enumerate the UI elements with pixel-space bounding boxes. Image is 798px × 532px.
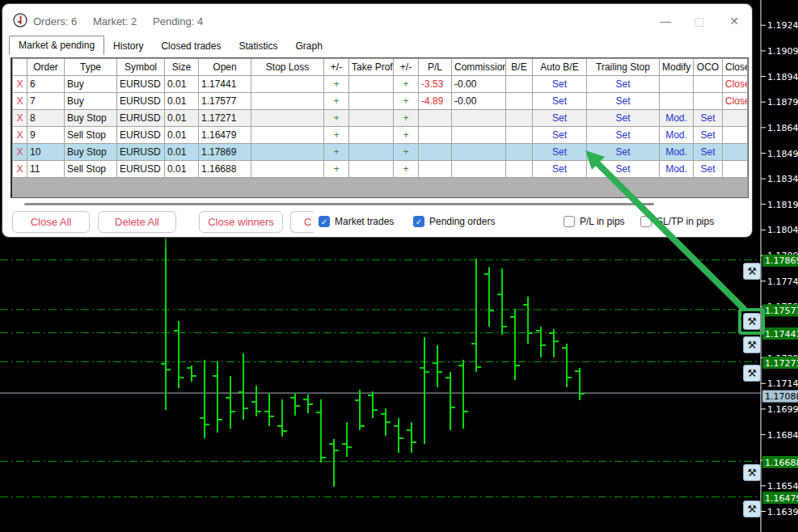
col-header: Open — [199, 59, 251, 76]
cell-auto-b-e[interactable]: Set — [533, 93, 587, 110]
tab-statistics[interactable]: Statistics — [230, 38, 286, 55]
cell-oco[interactable]: Set — [694, 161, 723, 178]
cell-stop-loss — [251, 76, 324, 93]
market-trades-checkbox[interactable]: ✓ — [319, 216, 330, 227]
cell-auto-b-e[interactable]: Set — [533, 161, 587, 178]
cell-take-profit — [349, 144, 394, 161]
col-header: Modify — [660, 59, 694, 76]
close-winners-button[interactable]: Close winners — [199, 211, 283, 233]
col-header: B/E — [506, 59, 533, 76]
cell-trailing-stop[interactable]: Set — [587, 76, 660, 93]
order-row-7[interactable]: X7BuyEURUSD0.011.17577++-4.89-0.00SetSet… — [13, 93, 748, 110]
cell--[interactable]: + — [394, 110, 419, 127]
cell-order: 6 — [27, 76, 65, 93]
cell-modify[interactable]: Mod. — [660, 144, 694, 161]
svg-text:1.17869: 1.17869 — [765, 255, 798, 266]
horizontal-scrollbar-thumb[interactable] — [24, 203, 654, 205]
cell-close[interactable]: Close — [723, 93, 748, 110]
cell-commission — [452, 127, 506, 144]
cell-x[interactable]: X — [13, 76, 27, 93]
app-logo-icon — [13, 13, 27, 27]
tab-closed-trades[interactable]: Closed trades — [152, 38, 230, 55]
cell-auto-b-e[interactable]: Set — [533, 127, 587, 144]
delete-all-button[interactable]: Delete All — [98, 211, 176, 233]
svg-text:1.16394: 1.16394 — [767, 507, 798, 517]
cell-stop-loss — [251, 110, 324, 127]
minimize-button[interactable]: — — [653, 12, 678, 30]
cell-trailing-stop[interactable]: Set — [587, 110, 660, 127]
cell-b-e — [506, 76, 533, 93]
cell-close[interactable]: Close — [723, 76, 748, 93]
cell-auto-b-e[interactable]: Set — [533, 110, 587, 127]
cell--[interactable]: + — [394, 161, 419, 178]
cell-auto-b-e[interactable]: Set — [533, 144, 587, 161]
cell-oco[interactable]: Set — [694, 127, 723, 144]
order-row-10[interactable]: X10Buy StopEURUSD0.011.17869++SetSetMod.… — [13, 144, 748, 161]
cell-trailing-stop[interactable]: Set — [587, 93, 660, 110]
p-l-in-pips-checkbox[interactable] — [564, 216, 575, 227]
cell--[interactable]: + — [324, 161, 349, 178]
order-tools-icon-1.16479[interactable]: ⚒ — [743, 500, 761, 517]
cell-trailing-stop[interactable]: Set — [587, 144, 660, 161]
cell--[interactable]: + — [324, 76, 349, 93]
cell--[interactable]: + — [324, 110, 349, 127]
cell-commission: -0.00 — [452, 76, 506, 93]
cell-size: 0.01 — [165, 110, 199, 127]
order-row-8[interactable]: X8Buy StopEURUSD0.011.17271++SetSetMod.S… — [13, 110, 748, 127]
order-row-6[interactable]: X6BuyEURUSD0.011.17441++-3.53-0.00SetSet… — [13, 76, 748, 93]
close-all-button[interactable]: Close All — [12, 211, 90, 233]
close-window-button[interactable]: ✕ — [722, 12, 746, 30]
cell--[interactable]: + — [394, 144, 419, 161]
svg-text:1.17088: 1.17088 — [765, 391, 798, 402]
cell-modify[interactable]: Mod. — [660, 127, 694, 144]
cell--[interactable]: + — [324, 93, 349, 110]
maximize-button[interactable]: ▢ — [687, 12, 711, 30]
cell--[interactable]: + — [324, 144, 349, 161]
cell-oco — [694, 76, 723, 93]
clipped-button[interactable]: C — [290, 211, 314, 233]
order-tools-icon-1.17441[interactable]: ⚒ — [743, 336, 761, 353]
cell-b-e — [506, 127, 533, 144]
p-l-in-pips-label: P/L in pips — [580, 216, 625, 227]
order-row-9[interactable]: X9Sell StopEURUSD0.011.16479++SetSetMod.… — [13, 127, 748, 144]
svg-text:1.18044: 1.18044 — [767, 225, 798, 235]
cell--[interactable]: + — [394, 76, 419, 93]
cell-auto-b-e[interactable]: Set — [533, 76, 587, 93]
order-tools-icon-1.17271[interactable]: ⚒ — [743, 365, 761, 382]
tab-history[interactable]: History — [104, 38, 152, 55]
cell-trailing-stop[interactable]: Set — [587, 127, 660, 144]
cell-oco[interactable]: Set — [694, 110, 723, 127]
svg-text:1.17271: 1.17271 — [765, 358, 798, 369]
cell-modify[interactable]: Mod. — [660, 161, 694, 178]
cell-modify — [660, 93, 694, 110]
cell-x[interactable]: X — [13, 161, 27, 178]
cell-x[interactable]: X — [13, 144, 27, 161]
cell-x[interactable]: X — [13, 127, 27, 144]
cell--[interactable]: + — [324, 127, 349, 144]
tab-market-pending[interactable]: Market & pending — [9, 36, 104, 55]
svg-text:1.18494: 1.18494 — [767, 149, 798, 159]
tab-strip: Market & pendingHistoryClosed tradesStat… — [9, 36, 331, 55]
cell-trailing-stop[interactable]: Set — [587, 161, 660, 178]
svg-text:1.19244: 1.19244 — [767, 20, 798, 31]
cell-size: 0.01 — [165, 161, 199, 178]
cell-open: 1.17869 — [199, 144, 251, 161]
pending-orders-checkbox[interactable]: ✓ — [413, 216, 424, 227]
cell--[interactable]: + — [394, 93, 419, 110]
cell-p-l — [419, 144, 452, 161]
order-row-11[interactable]: X11Sell StopEURUSD0.011.16688++SetSetMod… — [13, 161, 748, 178]
cell-x[interactable]: X — [13, 110, 27, 127]
title-bar[interactable]: Orders: 6 Market: 2 Pending: 4 — ▢ ✕ — [2, 4, 752, 35]
cell-size: 0.01 — [165, 93, 199, 110]
tab-graph[interactable]: Graph — [286, 38, 331, 55]
cell-order: 7 — [27, 93, 65, 110]
cell-oco[interactable]: Set — [694, 144, 723, 161]
order-tools-icon-1.16688[interactable]: ⚒ — [743, 464, 761, 481]
cell-modify[interactable]: Mod. — [660, 110, 694, 127]
cell--[interactable]: + — [394, 127, 419, 144]
order-tools-icon-1.17869[interactable]: ⚒ — [743, 263, 761, 280]
market-trades-label: Market trades — [335, 216, 394, 227]
sl-tp-in-pips-checkbox[interactable] — [640, 216, 652, 227]
cell-x[interactable]: X — [13, 93, 27, 110]
p-l-in-pips-group: P/L in pips — [564, 216, 625, 227]
